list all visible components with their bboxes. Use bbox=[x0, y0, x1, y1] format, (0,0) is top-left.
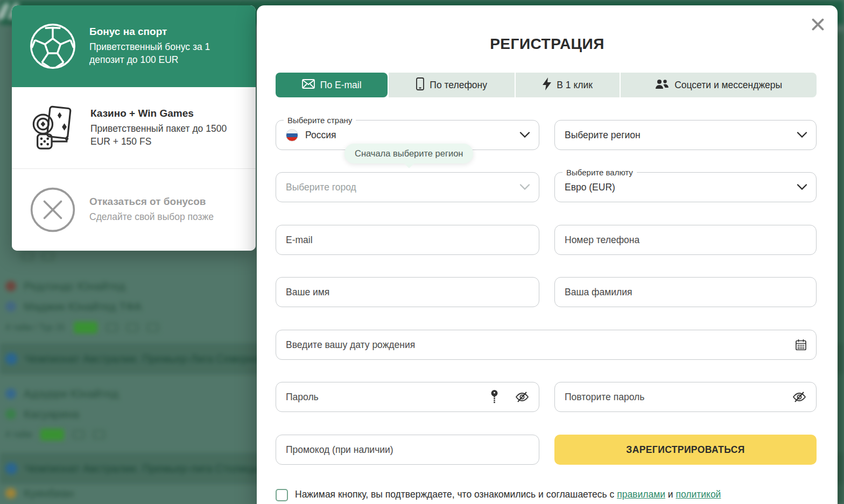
agreement-checkbox[interactable] bbox=[276, 489, 288, 501]
last-name-field-wrap bbox=[554, 277, 817, 307]
agreement-text: Нажимая кнопку, вы подтверждаете, что оз… bbox=[295, 488, 721, 501]
people-icon bbox=[655, 79, 669, 92]
phone-field-wrap bbox=[554, 225, 817, 255]
agreement-text-before: Нажимая кнопку, вы подтверждаете, что оз… bbox=[295, 489, 617, 500]
password-field[interactable] bbox=[286, 392, 463, 403]
registration-tabs: По E-mail По телефону В 1 клик bbox=[276, 73, 817, 97]
chevron-down-icon bbox=[797, 182, 807, 193]
first-name-field[interactable] bbox=[286, 287, 529, 298]
lightning-icon bbox=[543, 77, 551, 93]
first-name-field-wrap bbox=[276, 277, 539, 307]
city-tooltip: Сначала выберите регион bbox=[344, 144, 473, 164]
rules-link[interactable]: правилами bbox=[617, 489, 665, 500]
password-field-wrap bbox=[276, 382, 539, 412]
tab-label: По E-mail bbox=[320, 80, 362, 91]
tab-one-click[interactable]: В 1 клик bbox=[516, 73, 620, 97]
cross-circle-icon bbox=[28, 186, 78, 234]
bonus-option-sport[interactable]: Бонус на спорт Приветственный бонус за 1… bbox=[12, 5, 256, 87]
email-field-wrap bbox=[276, 225, 539, 255]
envelope-icon bbox=[302, 79, 315, 91]
chevron-down-icon bbox=[797, 130, 807, 141]
bonus-description: Приветственный пакет до 1500 EUR + 150 F… bbox=[90, 123, 244, 148]
tab-email[interactable]: По E-mail bbox=[276, 73, 388, 97]
bonus-option-casino[interactable]: Казино + Win Games Приветственный пакет … bbox=[12, 87, 256, 169]
bonus-title: Отказаться от бонусов bbox=[89, 196, 214, 208]
birth-date-field-wrap bbox=[276, 330, 817, 360]
bonus-selector-card: Бонус на спорт Приветственный бонус за 1… bbox=[12, 5, 256, 251]
agreement-row: Нажимая кнопку, вы подтверждаете, что оз… bbox=[276, 488, 819, 501]
tab-phone[interactable]: По телефону bbox=[389, 73, 514, 97]
page: Редлэндс Юнайтед Маджик Юнайтед ТФА 4 та… bbox=[0, 0, 844, 504]
password-repeat-field-wrap bbox=[554, 382, 817, 412]
password-repeat-field[interactable] bbox=[565, 392, 769, 403]
bonus-option-texts: Отказаться от бонусов Сделайте свой выбо… bbox=[89, 196, 214, 224]
tab-label: По телефону bbox=[430, 80, 487, 91]
bonus-description: Приветственный бонус за 1 депозит до 100… bbox=[89, 41, 243, 67]
eye-slash-icon[interactable] bbox=[792, 392, 806, 402]
currency-label: Выберите валюту bbox=[562, 168, 637, 178]
region-placeholder: Выберите регион bbox=[565, 130, 641, 141]
casino-chip-cards-icon bbox=[28, 103, 79, 153]
bonus-title: Казино + Win Games bbox=[90, 108, 244, 119]
promo-code-field[interactable] bbox=[286, 444, 529, 456]
country-label: Выберите страну bbox=[284, 116, 356, 125]
currency-value: Евро (EUR) bbox=[565, 182, 615, 193]
bonus-option-texts: Бонус на спорт Приветственный бонус за 1… bbox=[89, 26, 243, 67]
birth-date-field[interactable] bbox=[286, 339, 806, 351]
chevron-down-icon bbox=[519, 130, 530, 141]
bonus-description: Сделайте свой выбор позже bbox=[89, 211, 214, 224]
calendar-icon[interactable] bbox=[796, 339, 806, 351]
eye-slash-icon[interactable] bbox=[515, 392, 529, 402]
bonus-title: Бонус на спорт bbox=[89, 26, 243, 38]
close-icon[interactable] bbox=[810, 16, 826, 32]
country-value: Россия bbox=[305, 130, 336, 141]
phone-icon bbox=[416, 77, 424, 93]
tab-social[interactable]: Соцсети и мессенджеры bbox=[621, 73, 817, 97]
tab-label: В 1 клик bbox=[557, 80, 593, 91]
registration-modal: РЕГИСТРАЦИЯ По E-mail bbox=[257, 5, 838, 504]
city-select[interactable]: Выберите город bbox=[276, 172, 539, 202]
phone-field[interactable] bbox=[565, 235, 806, 246]
bonus-option-refuse[interactable]: Отказаться от бонусов Сделайте свой выбо… bbox=[12, 168, 256, 251]
bonus-option-texts: Казино + Win Games Приветственный пакет … bbox=[90, 108, 244, 148]
generate-password-key-icon[interactable] bbox=[491, 390, 498, 404]
register-button[interactable]: ЗАРЕГИСТРИРОВАТЬСЯ bbox=[554, 435, 817, 465]
region-select[interactable]: Выберите регион bbox=[554, 120, 817, 150]
currency-select[interactable]: Выберите валюту Евро (EUR) bbox=[554, 172, 817, 202]
page-title: РЕГИСТРАЦИЯ bbox=[257, 36, 838, 53]
soccer-ball-icon bbox=[28, 22, 78, 71]
russia-flag-icon bbox=[286, 129, 298, 141]
agreement-text-and: и bbox=[665, 489, 676, 500]
tab-label: Соцсети и мессенджеры bbox=[674, 80, 782, 91]
promo-code-field-wrap bbox=[276, 435, 539, 465]
email-field[interactable] bbox=[286, 235, 529, 246]
policy-link[interactable]: политикой bbox=[676, 489, 721, 500]
city-placeholder: Выберите город bbox=[286, 182, 356, 193]
last-name-field[interactable] bbox=[565, 287, 806, 298]
chevron-down-icon bbox=[519, 182, 530, 193]
